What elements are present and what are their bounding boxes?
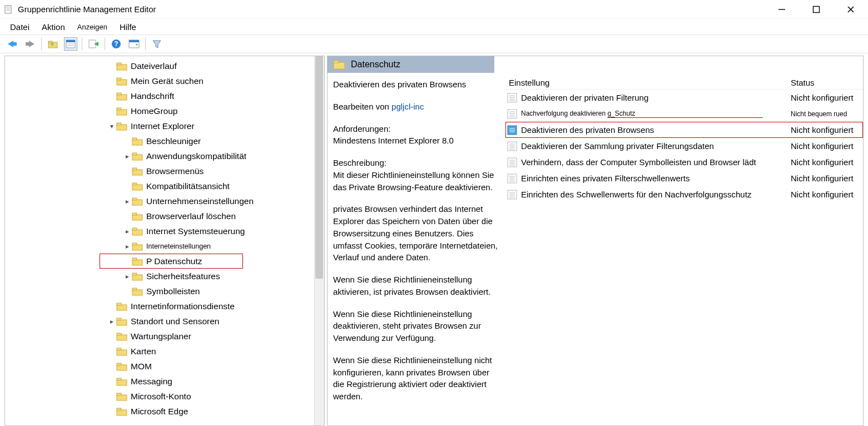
setting-name: Einrichten des Schwellenwerts für den Na… [521, 190, 791, 199]
setting-icon [507, 109, 518, 119]
folder-icon [116, 362, 127, 371]
tree-item[interactable]: •Handschrift [5, 88, 324, 103]
tree-item-label: Mein Gerät suchen [131, 76, 204, 86]
tree-item[interactable]: ▸Internet Systemsteuerung [5, 224, 324, 239]
tree-item-label: HomeGroup [131, 106, 177, 116]
setting-row[interactable]: Nachverfolgung deaktivieren g_SchutzNich… [505, 106, 863, 122]
folder-icon [132, 197, 143, 206]
menu-hilfe[interactable]: Hilfe [117, 21, 138, 33]
setting-row[interactable]: Einrichten des Schwellenwerts für den Na… [505, 186, 863, 202]
folder-icon [132, 287, 143, 296]
tree-item[interactable]: •Browsermenüs [5, 164, 324, 179]
tree-item[interactable]: •Microsoft-Konto [5, 389, 324, 404]
tree-item[interactable]: •Wartungsplaner [5, 329, 324, 344]
tree-item[interactable]: •Internetinformationsdienste [5, 299, 324, 314]
setting-row[interactable]: Deaktivieren der Sammlung privater Filte… [505, 138, 863, 154]
tree-expander-icon: • [107, 107, 116, 115]
svg-rect-67 [117, 378, 121, 380]
folder-icon [116, 107, 127, 116]
titlebar: Gruppenrichtlinie Management Editor [0, 0, 868, 19]
svg-rect-31 [117, 108, 121, 110]
maximize-button[interactable] [809, 2, 824, 17]
tree-panel: •Dateiverlauf•Mein Gerät suchen•Handschr… [4, 56, 325, 426]
settings-list-header: Einstellung Status [505, 73, 863, 90]
tree-item[interactable]: •Microsoft Edge [5, 404, 324, 419]
menu-anzeigen[interactable]: Anzeigen [75, 22, 110, 32]
app-icon [3, 4, 13, 14]
right-panel: Datenschutz Deaktivieren des privaten Br… [327, 56, 864, 426]
tree-item[interactable]: •P Datenschutz [100, 254, 243, 269]
tree-item[interactable]: •Browserverlauf löschen [5, 209, 324, 224]
setting-row[interactable]: Deaktivieren der privaten FilterungNicht… [505, 90, 863, 106]
tree[interactable]: •Dateiverlauf•Mein Gerät suchen•Handschr… [5, 56, 324, 421]
tree-item[interactable]: ▸Standort und Sensoren [5, 314, 324, 329]
setting-status: Nicht konfiguriert [791, 157, 863, 167]
filter-button[interactable] [150, 37, 163, 51]
tree-item[interactable]: •Messaging [5, 374, 324, 389]
folder-up-button[interactable] [46, 37, 59, 51]
tree-expander-icon[interactable]: ▾ [107, 122, 116, 130]
svg-marker-8 [8, 41, 17, 47]
tree-expander-icon[interactable]: ▸ [123, 242, 132, 250]
tree-item[interactable]: ▸Anwendungskompatibilität [5, 148, 324, 164]
edit-policy-link[interactable]: pgljcl-inc [391, 102, 424, 111]
folder-icon [132, 212, 143, 221]
svg-rect-88 [508, 142, 517, 151]
svg-rect-39 [132, 168, 137, 170]
tree-expander-icon: • [107, 348, 116, 355]
tree-item-label: MOM [131, 361, 152, 371]
tree-item-label: Karten [131, 346, 156, 356]
tree-item-label: Sicherheitsfeatures [146, 271, 220, 281]
tree-item[interactable]: •Mein Gerät suchen [5, 73, 324, 88]
svg-rect-43 [132, 198, 137, 200]
svg-rect-93 [508, 158, 517, 167]
folder-icon [132, 242, 143, 251]
tree-expander-icon[interactable]: ▸ [107, 318, 116, 325]
tree-scrollbar[interactable] [314, 56, 324, 425]
requirements-label: Anforderungen: [333, 124, 390, 133]
tree-item-label: Browsermenüs [146, 166, 204, 176]
tree-expander-icon[interactable]: ▸ [123, 227, 132, 235]
setting-row[interactable]: Deaktivieren des privaten BrowsensNicht … [505, 122, 863, 138]
nav-back-button[interactable] [6, 37, 19, 51]
help-button[interactable]: ? [110, 37, 123, 51]
column-header-status[interactable]: Status [791, 78, 863, 87]
tree-expander-icon[interactable]: ▸ [123, 197, 132, 205]
setting-row[interactable]: Einrichten eines privaten Filterschwelle… [505, 170, 863, 186]
tree-item[interactable]: ▸Interneteinstellungen [5, 239, 324, 254]
tree-item[interactable]: •HomeGroup [5, 103, 324, 118]
properties-button[interactable] [64, 37, 77, 51]
folder-icon [116, 122, 127, 131]
setting-status: Nicht konfiguriert [791, 141, 863, 151]
export-button[interactable] [87, 37, 100, 51]
svg-rect-45 [132, 213, 137, 215]
view-options-button[interactable] [127, 37, 141, 51]
tree-item[interactable]: •Beschleuniger [5, 133, 324, 148]
tree-item[interactable]: ▸Unternehmenseinstellungen [5, 194, 324, 209]
column-header-setting[interactable]: Einstellung [505, 78, 791, 87]
folder-icon [116, 77, 127, 86]
tree-item[interactable]: •Symbolleisten [5, 284, 324, 299]
minimize-button[interactable] [775, 2, 789, 17]
menu-datei[interactable]: Datei [8, 21, 32, 33]
close-button[interactable] [844, 2, 858, 17]
tree-item-label: Microsoft Edge [131, 407, 188, 417]
description-p3: Wenn Sie diese Richtlinieneinstellung ak… [333, 274, 502, 298]
tree-expander-icon[interactable]: ▸ [123, 152, 132, 160]
tree-item[interactable]: •Karten [5, 344, 324, 359]
tree-item[interactable]: ▸Sicherheitsfeatures [5, 269, 324, 284]
svg-marker-9 [26, 41, 34, 47]
setting-status: Nicht konfiguriert [791, 174, 863, 183]
tree-item[interactable]: •Kompatibilitätsansicht [5, 179, 324, 194]
setting-row[interactable]: Verhindern, dass der Computer Symbolleis… [505, 154, 863, 170]
menu-aktion[interactable]: Aktion [39, 21, 67, 33]
tree-scrollbar-thumb[interactable] [315, 56, 323, 279]
svg-rect-33 [117, 123, 121, 125]
nav-forward-button[interactable] [23, 37, 37, 51]
tree-item[interactable]: ▾Internet Explorer [5, 118, 324, 133]
tree-item[interactable]: •Dateiverlauf [5, 58, 324, 73]
tree-expander-icon: • [107, 303, 116, 310]
tree-item[interactable]: •MOM [5, 359, 324, 374]
svg-rect-72 [334, 62, 345, 69]
tree-expander-icon[interactable]: ▸ [123, 273, 132, 280]
